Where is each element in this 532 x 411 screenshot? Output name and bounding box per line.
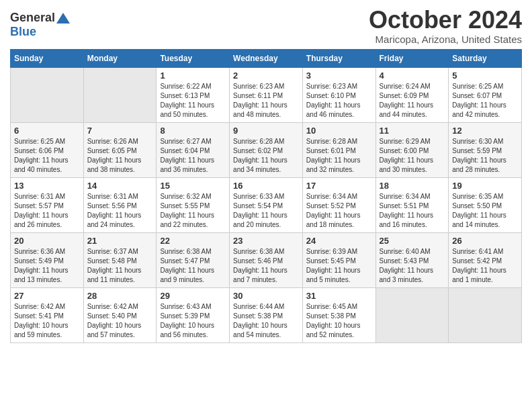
day-number: 17	[306, 181, 372, 191]
day-cell: 2Sunrise: 6:23 AMSunset: 6:11 PMDaylight…	[230, 67, 303, 122]
header-thursday: Thursday	[302, 49, 375, 67]
day-cell: 26Sunrise: 6:41 AMSunset: 5:42 PMDayligh…	[449, 232, 522, 287]
day-number: 11	[380, 126, 445, 136]
day-cell: 12Sunrise: 6:30 AMSunset: 5:59 PMDayligh…	[449, 122, 522, 177]
day-number: 1	[160, 71, 226, 81]
day-info: Sunrise: 6:33 AMSunset: 5:54 PMDaylight:…	[233, 192, 299, 230]
day-info: Sunrise: 6:34 AMSunset: 5:52 PMDaylight:…	[306, 192, 372, 230]
day-cell	[83, 67, 157, 122]
week-row-4: 20Sunrise: 6:36 AMSunset: 5:49 PMDayligh…	[11, 232, 522, 287]
day-info: Sunrise: 6:23 AMSunset: 6:10 PMDaylight:…	[306, 82, 372, 120]
day-number: 14	[87, 181, 153, 191]
title-location: Maricopa, Arizona, United States	[369, 34, 522, 45]
day-number: 3	[306, 71, 372, 81]
day-cell: 17Sunrise: 6:34 AMSunset: 5:52 PMDayligh…	[302, 177, 375, 232]
day-info: Sunrise: 6:30 AMSunset: 5:59 PMDaylight:…	[452, 137, 518, 175]
day-number: 21	[87, 236, 153, 246]
calendar-table: SundayMondayTuesdayWednesdayThursdayFrid…	[10, 49, 522, 343]
day-cell: 15Sunrise: 6:32 AMSunset: 5:55 PMDayligh…	[157, 177, 230, 232]
day-cell: 24Sunrise: 6:39 AMSunset: 5:45 PMDayligh…	[302, 232, 375, 287]
day-cell: 25Sunrise: 6:40 AMSunset: 5:43 PMDayligh…	[375, 232, 449, 287]
day-cell: 31Sunrise: 6:45 AMSunset: 5:38 PMDayligh…	[302, 287, 375, 342]
day-cell: 21Sunrise: 6:37 AMSunset: 5:48 PMDayligh…	[83, 232, 157, 287]
day-info: Sunrise: 6:43 AMSunset: 5:39 PMDaylight:…	[160, 302, 226, 340]
title-month: October 2024	[369, 7, 522, 34]
day-number: 13	[14, 181, 80, 191]
day-number: 10	[306, 126, 372, 136]
day-cell: 29Sunrise: 6:43 AMSunset: 5:39 PMDayligh…	[157, 287, 230, 342]
day-cell	[11, 67, 84, 122]
day-number: 6	[14, 126, 80, 136]
day-cell: 8Sunrise: 6:27 AMSunset: 6:04 PMDaylight…	[157, 122, 230, 177]
day-info: Sunrise: 6:29 AMSunset: 6:00 PMDaylight:…	[380, 137, 445, 175]
day-number: 4	[380, 71, 445, 81]
header-wednesday: Wednesday	[230, 49, 303, 67]
day-cell: 10Sunrise: 6:28 AMSunset: 6:01 PMDayligh…	[302, 122, 375, 177]
svg-marker-0	[56, 13, 70, 24]
day-cell: 28Sunrise: 6:42 AMSunset: 5:40 PMDayligh…	[83, 287, 157, 342]
week-row-3: 13Sunrise: 6:31 AMSunset: 5:57 PMDayligh…	[11, 177, 522, 232]
day-number: 2	[233, 71, 299, 81]
day-number: 16	[233, 181, 299, 191]
logo-blue-text: Blue	[10, 25, 36, 39]
day-cell: 13Sunrise: 6:31 AMSunset: 5:57 PMDayligh…	[11, 177, 84, 232]
day-number: 8	[160, 126, 226, 136]
day-number: 29	[160, 291, 226, 301]
header-saturday: Saturday	[449, 49, 522, 67]
title-block: October 2024 Maricopa, Arizona, United S…	[369, 7, 522, 45]
day-cell: 30Sunrise: 6:44 AMSunset: 5:38 PMDayligh…	[230, 287, 303, 342]
day-number: 20	[14, 236, 80, 246]
day-info: Sunrise: 6:41 AMSunset: 5:42 PMDaylight:…	[452, 247, 518, 285]
day-info: Sunrise: 6:22 AMSunset: 6:13 PMDaylight:…	[160, 82, 226, 120]
day-info: Sunrise: 6:42 AMSunset: 5:40 PMDaylight:…	[87, 302, 153, 340]
day-cell: 5Sunrise: 6:25 AMSunset: 6:07 PMDaylight…	[449, 67, 522, 122]
day-info: Sunrise: 6:40 AMSunset: 5:43 PMDaylight:…	[380, 247, 445, 285]
day-number: 26	[452, 236, 518, 246]
day-cell: 7Sunrise: 6:26 AMSunset: 6:05 PMDaylight…	[83, 122, 157, 177]
day-cell: 18Sunrise: 6:34 AMSunset: 5:51 PMDayligh…	[375, 177, 449, 232]
day-cell: 20Sunrise: 6:36 AMSunset: 5:49 PMDayligh…	[11, 232, 84, 287]
week-row-1: 1Sunrise: 6:22 AMSunset: 6:13 PMDaylight…	[11, 67, 522, 122]
day-cell: 22Sunrise: 6:38 AMSunset: 5:47 PMDayligh…	[157, 232, 230, 287]
day-cell: 27Sunrise: 6:42 AMSunset: 5:41 PMDayligh…	[11, 287, 84, 342]
header-sunday: Sunday	[11, 49, 84, 67]
day-info: Sunrise: 6:34 AMSunset: 5:51 PMDaylight:…	[380, 192, 445, 230]
day-number: 7	[87, 126, 153, 136]
day-number: 25	[380, 236, 445, 246]
day-info: Sunrise: 6:35 AMSunset: 5:50 PMDaylight:…	[452, 192, 518, 230]
day-info: Sunrise: 6:37 AMSunset: 5:48 PMDaylight:…	[87, 247, 153, 285]
header-friday: Friday	[375, 49, 449, 67]
day-number: 12	[452, 126, 518, 136]
day-info: Sunrise: 6:38 AMSunset: 5:47 PMDaylight:…	[160, 247, 226, 285]
day-info: Sunrise: 6:45 AMSunset: 5:38 PMDaylight:…	[306, 302, 372, 340]
day-number: 15	[160, 181, 226, 191]
day-number: 30	[233, 291, 299, 301]
week-row-2: 6Sunrise: 6:25 AMSunset: 6:06 PMDaylight…	[11, 122, 522, 177]
header-tuesday: Tuesday	[157, 49, 230, 67]
day-cell	[449, 287, 522, 342]
day-info: Sunrise: 6:25 AMSunset: 6:06 PMDaylight:…	[14, 137, 80, 175]
day-info: Sunrise: 6:24 AMSunset: 6:09 PMDaylight:…	[380, 82, 445, 120]
day-info: Sunrise: 6:26 AMSunset: 6:05 PMDaylight:…	[87, 137, 153, 175]
logo-icon	[56, 13, 70, 24]
week-row-5: 27Sunrise: 6:42 AMSunset: 5:41 PMDayligh…	[11, 287, 522, 342]
day-cell: 3Sunrise: 6:23 AMSunset: 6:10 PMDaylight…	[302, 67, 375, 122]
day-cell: 9Sunrise: 6:28 AMSunset: 6:02 PMDaylight…	[230, 122, 303, 177]
logo-general-text: General	[10, 11, 55, 25]
day-cell: 11Sunrise: 6:29 AMSunset: 6:00 PMDayligh…	[375, 122, 449, 177]
logo: General Blue	[10, 11, 70, 39]
day-number: 24	[306, 236, 372, 246]
day-info: Sunrise: 6:44 AMSunset: 5:38 PMDaylight:…	[233, 302, 299, 340]
day-cell: 19Sunrise: 6:35 AMSunset: 5:50 PMDayligh…	[449, 177, 522, 232]
day-info: Sunrise: 6:23 AMSunset: 6:11 PMDaylight:…	[233, 82, 299, 120]
day-cell: 6Sunrise: 6:25 AMSunset: 6:06 PMDaylight…	[11, 122, 84, 177]
day-info: Sunrise: 6:27 AMSunset: 6:04 PMDaylight:…	[160, 137, 226, 175]
day-info: Sunrise: 6:28 AMSunset: 6:01 PMDaylight:…	[306, 137, 372, 175]
day-number: 22	[160, 236, 226, 246]
day-cell: 14Sunrise: 6:31 AMSunset: 5:56 PMDayligh…	[83, 177, 157, 232]
day-info: Sunrise: 6:32 AMSunset: 5:55 PMDaylight:…	[160, 192, 226, 230]
day-number: 27	[14, 291, 80, 301]
day-cell: 4Sunrise: 6:24 AMSunset: 6:09 PMDaylight…	[375, 67, 449, 122]
day-info: Sunrise: 6:38 AMSunset: 5:46 PMDaylight:…	[233, 247, 299, 285]
day-info: Sunrise: 6:25 AMSunset: 6:07 PMDaylight:…	[452, 82, 518, 120]
